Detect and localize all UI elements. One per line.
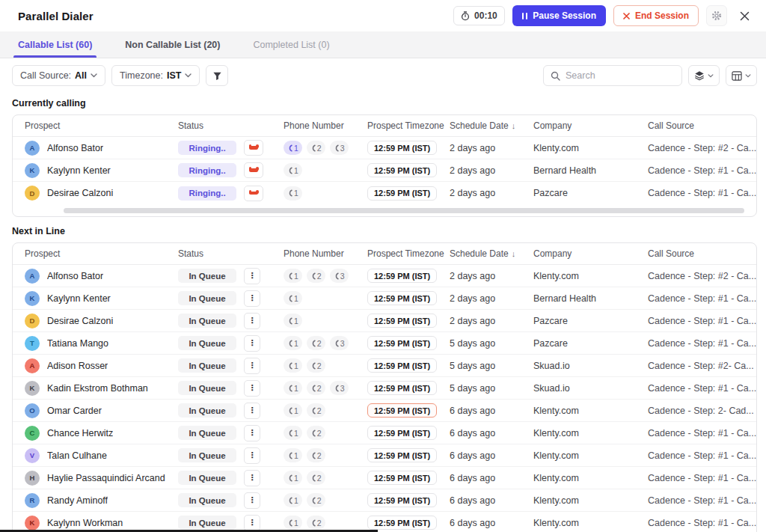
phone-chip[interactable]: 1 (284, 493, 302, 507)
hangup-button[interactable] (244, 186, 263, 201)
phone-chip[interactable]: 2 (307, 471, 325, 485)
hangup-icon (249, 168, 258, 172)
schedule-date: 2 days ago (450, 271, 533, 281)
table-row: RRandy AminoffIn Queue⋮1212:59 PM (IST)6… (13, 489, 756, 512)
schedule-date: 5 days ago (450, 361, 533, 371)
table-row: AAlfonso BatorIn Queue⋮12312:59 PM (IST)… (13, 265, 756, 287)
row-menu-button[interactable]: ⋮ (244, 380, 260, 397)
settings-button[interactable] (706, 5, 727, 26)
search-input[interactable] (566, 70, 675, 81)
schedule-date: 2 days ago (450, 188, 533, 198)
row-menu-button[interactable]: ⋮ (244, 403, 260, 419)
call-source: Cadence - Step: #1 - Ca... (648, 450, 756, 461)
call-source: Cadence - Step: #1 - Ca... (648, 518, 756, 528)
call-source: Cadence - Step: #1 - Ca... (648, 495, 756, 506)
phone-chip[interactable]: 1 (284, 403, 302, 418)
row-menu-button[interactable]: ⋮ (244, 425, 260, 441)
phone-chip[interactable]: 1 (284, 141, 302, 155)
close-icon (740, 11, 750, 21)
company: Skuad.io (533, 383, 648, 394)
phone-chip[interactable]: 2 (307, 269, 325, 283)
tab-non-callable-list[interactable]: Non Callable List (20) (125, 31, 220, 58)
columns-dropdown-button[interactable] (726, 65, 757, 86)
phone-chip[interactable]: 1 (284, 448, 302, 462)
phone-chip[interactable]: 1 (284, 336, 302, 350)
advanced-filter-button[interactable] (206, 65, 228, 86)
call-source: Cadence - Step: #1 - Ca... (648, 338, 756, 349)
phone-chip[interactable]: 1 (284, 381, 302, 395)
timer-value: 00:10 (474, 10, 497, 21)
timezone-filter[interactable]: Timezone: IST (111, 65, 200, 86)
list-tabs: Callable List (60)Non Callable List (20)… (0, 31, 766, 58)
phone-chip[interactable]: 1 (284, 269, 302, 283)
phone-chip[interactable]: 2 (307, 426, 325, 440)
hangup-button[interactable] (244, 162, 263, 178)
page-title: Parallel Dialer (18, 10, 94, 22)
call-source: Cadence - Step: #1 - Ca... (648, 383, 756, 394)
phone-chip[interactable]: 1 (284, 471, 302, 485)
gear-icon (711, 10, 722, 21)
column-schedule-date[interactable]: Schedule Date↓ (450, 248, 533, 259)
phone-chip[interactable]: 1 (284, 291, 302, 305)
phone-chip[interactable]: 2 (307, 381, 325, 395)
schedule-date: 2 days ago (450, 143, 533, 153)
end-session-button[interactable]: End Session (613, 5, 699, 26)
timezone-badge: 12:59 PM (IST) (367, 358, 437, 373)
phone-chip[interactable]: 3 (330, 336, 349, 350)
call-source: Cadence - Step: #1 - Ca... (648, 165, 756, 176)
phone-chip[interactable]: 1 (284, 163, 302, 177)
avatar: D (25, 186, 40, 201)
scrollbar-thumb[interactable] (64, 208, 744, 213)
row-menu-button[interactable]: ⋮ (244, 447, 260, 464)
phone-chip[interactable]: 1 (284, 358, 302, 373)
row-menu-button[interactable]: ⋮ (244, 313, 260, 329)
company: Klenty.com (533, 406, 648, 416)
phone-chip[interactable]: 3 (330, 269, 349, 283)
call-source: Cadence - Step: 2- Cad... (648, 406, 756, 416)
phone-chip[interactable]: 2 (307, 336, 325, 350)
phone-chip[interactable]: 3 (330, 141, 349, 155)
phone-chip[interactable]: 2 (307, 141, 325, 155)
column-prospect-timezone: Prospect Timezone (367, 248, 450, 259)
table-row: AAlfonso BatorRinging..12312:59 PM (IST)… (13, 137, 756, 159)
layers-dropdown-button[interactable] (688, 65, 720, 86)
phone-chip[interactable]: 2 (307, 358, 325, 373)
row-menu-button[interactable]: ⋮ (244, 492, 260, 509)
call-source: Cadence - Step: #2 - Ca... (648, 271, 756, 281)
horizontal-scrollbar[interactable] (13, 204, 756, 216)
row-menu-button[interactable]: ⋮ (244, 335, 260, 352)
phone-chip[interactable]: 2 (307, 516, 325, 530)
row-menu-button[interactable]: ⋮ (244, 268, 260, 284)
call-source-filter[interactable]: Call Source: All (12, 65, 105, 86)
phone-chip[interactable]: 2 (307, 448, 325, 462)
phone-chip[interactable]: 3 (330, 381, 349, 395)
pause-session-button[interactable]: Pause Session (512, 5, 606, 26)
phone-chip[interactable]: 1 (284, 516, 302, 530)
status-badge: In Queue (178, 291, 236, 305)
phone-chip[interactable]: 1 (284, 426, 302, 440)
close-button[interactable] (735, 6, 754, 25)
schedule-date: 5 days ago (450, 383, 533, 394)
phone-chip[interactable]: 2 (307, 493, 325, 507)
row-menu-button[interactable]: ⋮ (244, 515, 260, 531)
column-schedule-date[interactable]: Schedule Date↓ (450, 120, 533, 131)
prospect-name: Chance Herwitz (47, 428, 113, 438)
tab-completed-list[interactable]: Completed List (0) (253, 31, 329, 58)
prospect-name: Tatiana Mango (47, 338, 108, 349)
table-header-row: Prospect Status Phone Number Prospect Ti… (13, 243, 756, 265)
phone-chip[interactable]: 2 (307, 403, 325, 418)
tab-callable-list[interactable]: Callable List (60) (18, 31, 92, 58)
column-prospect-timezone: Prospect Timezone (367, 120, 450, 131)
row-menu-button[interactable]: ⋮ (244, 358, 260, 374)
column-call-source: Call Source (648, 248, 756, 259)
row-menu-button[interactable]: ⋮ (244, 290, 260, 307)
company: Klenty.com (533, 428, 648, 438)
column-status: Status (178, 120, 244, 131)
row-menu-button[interactable]: ⋮ (244, 470, 260, 486)
company: Klenty.com (533, 495, 648, 506)
prospect-name: Randy Aminoff (47, 495, 108, 506)
hangup-button[interactable] (244, 140, 263, 156)
phone-chip[interactable]: 1 (284, 186, 302, 201)
phone-chip[interactable]: 1 (284, 314, 302, 328)
next-in-line-heading: Next in Line (12, 226, 754, 236)
